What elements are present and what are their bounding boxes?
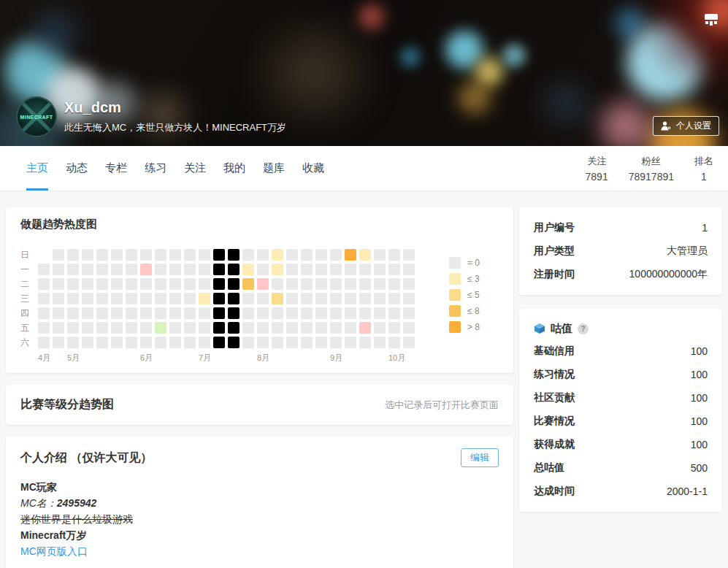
heatmap-cell[interactable]	[126, 264, 137, 275]
heatmap-cell[interactable]	[126, 307, 137, 319]
heatmap-cell[interactable]	[38, 307, 50, 319]
theme-paint-icon[interactable]	[702, 10, 721, 29]
heatmap-cell[interactable]	[345, 322, 356, 334]
heatmap-cell[interactable]	[82, 278, 93, 290]
heatmap-cell[interactable]	[67, 322, 79, 334]
heatmap-cell[interactable]	[111, 307, 123, 319]
heatmap-cell[interactable]	[155, 337, 166, 348]
heatmap-cell[interactable]	[228, 322, 240, 334]
heatmap-cell[interactable]	[242, 337, 254, 348]
heatmap-cell[interactable]	[272, 307, 283, 319]
heatmap-cell[interactable]	[388, 293, 400, 304]
heatmap-cell[interactable]	[388, 307, 400, 319]
heatmap-cell[interactable]	[82, 337, 93, 348]
heatmap-cell[interactable]	[184, 337, 196, 348]
heatmap-cell[interactable]	[53, 293, 64, 304]
heatmap-cell[interactable]	[345, 278, 356, 290]
heatmap-cell[interactable]	[38, 337, 50, 348]
heatmap-cell[interactable]	[169, 322, 181, 334]
heatmap-cell[interactable]	[140, 322, 152, 334]
heatmap-cell[interactable]	[388, 249, 400, 261]
heatmap-cell[interactable]	[169, 293, 181, 304]
heatmap-cell[interactable]	[213, 307, 225, 319]
tab-动态[interactable]: 动态	[66, 146, 88, 191]
heatmap-cell[interactable]	[82, 307, 93, 319]
heatmap-cell[interactable]	[345, 293, 356, 304]
heatmap-cell[interactable]	[403, 307, 415, 319]
heatmap-cell[interactable]	[374, 293, 386, 304]
heatmap-cell[interactable]	[286, 337, 298, 348]
heatmap-cell[interactable]	[301, 293, 313, 304]
heatmap-cell[interactable]	[330, 337, 342, 348]
heatmap-cell[interactable]	[140, 307, 152, 319]
heatmap-cell[interactable]	[126, 337, 137, 348]
heatmap-cell[interactable]	[286, 322, 298, 334]
heatmap-cell[interactable]	[242, 278, 254, 290]
heatmap-cell[interactable]	[140, 337, 152, 348]
heatmap-cell[interactable]	[67, 293, 79, 304]
heatmap-cell[interactable]	[272, 278, 283, 290]
heatmap-cell[interactable]	[53, 278, 64, 290]
heatmap-cell[interactable]	[155, 249, 166, 261]
heatmap-cell[interactable]	[38, 293, 50, 304]
tab-关注[interactable]: 关注	[184, 146, 206, 191]
heatmap-cell[interactable]	[111, 249, 123, 261]
heatmap-cell[interactable]	[96, 307, 108, 319]
tab-收藏[interactable]: 收藏	[302, 146, 324, 191]
heatmap-cell[interactable]	[96, 264, 108, 275]
heatmap-cell[interactable]	[374, 249, 386, 261]
heatmap-cell[interactable]	[315, 249, 327, 261]
heatmap-cell[interactable]	[228, 307, 240, 319]
heatmap-cell[interactable]	[242, 264, 254, 275]
heatmap-cell[interactable]	[403, 278, 415, 290]
heatmap-cell[interactable]	[315, 264, 327, 275]
heatmap-cell[interactable]	[359, 264, 371, 275]
heatmap-cell[interactable]	[53, 249, 64, 261]
heatmap-cell[interactable]	[111, 337, 123, 348]
heatmap-cell[interactable]	[184, 278, 196, 290]
tab-练习[interactable]: 练习	[145, 146, 166, 191]
heatmap-cell[interactable]	[199, 337, 210, 348]
heatmap-cell[interactable]	[213, 337, 225, 348]
heatmap-cell[interactable]	[286, 264, 298, 275]
heatmap-cell[interactable]	[359, 337, 371, 348]
heatmap-cell[interactable]	[374, 264, 386, 275]
heatmap-cell[interactable]	[213, 322, 225, 334]
heatmap-cell[interactable]	[301, 337, 313, 348]
tab-主页[interactable]: 主页	[26, 146, 48, 191]
heatmap-cell[interactable]	[96, 249, 108, 261]
heatmap-cell[interactable]	[228, 249, 240, 261]
heatmap-cell[interactable]	[169, 278, 181, 290]
heatmap-cell[interactable]	[38, 264, 50, 275]
heatmap-cell[interactable]	[155, 264, 166, 275]
heatmap-cell[interactable]	[301, 249, 313, 261]
heatmap-cell[interactable]	[53, 307, 64, 319]
heatmap-cell[interactable]	[374, 322, 386, 334]
heatmap-cell[interactable]	[272, 293, 283, 304]
heatmap-cell[interactable]	[315, 278, 327, 290]
heatmap-cell[interactable]	[345, 249, 356, 261]
heatmap-cell[interactable]	[388, 278, 400, 290]
heatmap-cell[interactable]	[257, 337, 269, 348]
heatmap-cell[interactable]	[301, 264, 313, 275]
heatmap-cell[interactable]	[345, 307, 356, 319]
heatmap-cell[interactable]	[126, 293, 137, 304]
heatmap-cell[interactable]	[67, 337, 79, 348]
heatmap-cell[interactable]	[257, 278, 269, 290]
heatmap-cell[interactable]	[359, 293, 371, 304]
heatmap-cell[interactable]	[213, 278, 225, 290]
heatmap-cell[interactable]	[184, 322, 196, 334]
heatmap-cell[interactable]	[96, 322, 108, 334]
heatmap-cell[interactable]	[388, 322, 400, 334]
heatmap-cell[interactable]	[228, 278, 240, 290]
heatmap-cell[interactable]	[126, 322, 137, 334]
heatmap-cell[interactable]	[184, 293, 196, 304]
heatmap-cell[interactable]	[155, 278, 166, 290]
heatmap-cell[interactable]	[315, 322, 327, 334]
heatmap-cell[interactable]	[96, 278, 108, 290]
tab-专栏[interactable]: 专栏	[105, 146, 127, 191]
tab-题库[interactable]: 题库	[263, 146, 285, 191]
heatmap-cell[interactable]	[359, 278, 371, 290]
heatmap-cell[interactable]	[169, 249, 181, 261]
heatmap-cell[interactable]	[286, 278, 298, 290]
